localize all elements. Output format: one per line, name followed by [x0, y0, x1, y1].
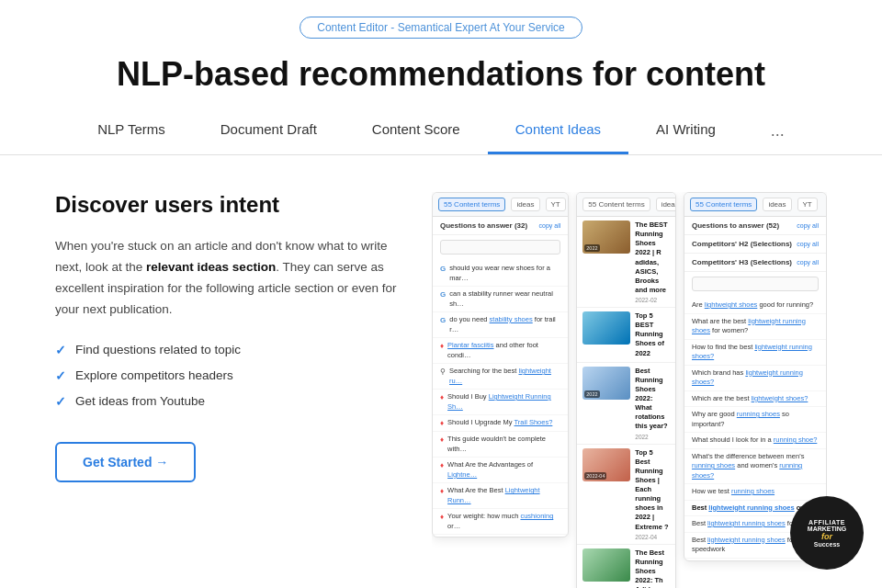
panel-search-left[interactable]	[440, 240, 560, 254]
tab-content-ideas[interactable]: Content Ideas	[488, 110, 628, 154]
list-item: Gshould you wear new shoes for a mar…	[433, 261, 568, 287]
feature-item-2: ✓ Explore competitors headers	[55, 368, 404, 383]
yt-info: The Best Running Shoes 2022: Th Adidas, …	[635, 548, 670, 588]
right-section: 55 Content terms ideas YT Questions to a…	[432, 192, 827, 588]
affiliate-line1: AFFILIATE	[808, 519, 845, 526]
yt-title: Best Running Shoes 2022: What rotations …	[635, 367, 670, 432]
panel-tab-yt[interactable]: YT	[546, 198, 566, 211]
list-item: What's the difference between men's runn…	[684, 449, 826, 485]
panel-questions-left: 55 Content terms ideas YT Questions to a…	[432, 192, 569, 537]
top-badge: Content Editor - Semantical Expert At Yo…	[300, 17, 582, 39]
list-item: ♦Should I Upgrade My Trail Shoes?	[433, 415, 568, 432]
list-item: What are the best lightweight running sh…	[684, 314, 826, 340]
yt-info: The BEST Running Shoes 2022 | R adidas, …	[635, 220, 670, 303]
feature-item-3: ✓ Get ideas from Youtube	[55, 394, 404, 409]
tab-ai-writing[interactable]: AI Writing	[628, 110, 743, 154]
list-item: ♦What Are the Best Lightweight Runn…	[433, 483, 568, 509]
tab-document-draft[interactable]: Document Draft	[193, 110, 345, 154]
affiliate-line2: MARKETING	[808, 526, 846, 532]
yt-date: 2022-02	[635, 297, 670, 303]
bullet-icon: ♦	[440, 512, 444, 522]
list-item: ♦This guide wouldn't be complete with…	[433, 432, 568, 458]
panel-header-left: 55 Content terms ideas YT	[433, 193, 568, 217]
competitors-h2-label: Competitors' H2 (Selections)	[692, 240, 792, 248]
feature-label-1: Find questions related to topic	[75, 343, 241, 356]
panel-search-right[interactable]	[692, 277, 819, 291]
panel-tab-content-terms-r[interactable]: 55 Content terms	[690, 198, 757, 211]
panel-subheader-questions: Questions to answer (32) copy all	[433, 217, 568, 235]
panel-youtube: 55 Content terms ideas YT 2022 The BEST …	[576, 192, 676, 588]
section-description: When you're stuck on an article and don'…	[55, 236, 404, 321]
panel-tab-ideas[interactable]: ideas	[511, 198, 539, 211]
yt-list-item: 2022 The BEST Running Shoes 2022 | R adi…	[577, 217, 675, 308]
feature-label-3: Get ideas from Youtube	[75, 394, 205, 408]
section-title: Discover users intent	[55, 192, 404, 218]
yt-list-item: Top 5 BEST Running Shoes of 2022	[577, 308, 675, 363]
tab-nlp-terms[interactable]: NLP Terms	[70, 110, 193, 154]
affiliate-line3: for	[821, 532, 832, 541]
panel-tab-content-terms[interactable]: 55 Content terms	[438, 198, 505, 211]
bullet-icon: ♦	[440, 460, 444, 470]
panel-header-right: 55 Content terms ideas YT	[684, 193, 826, 217]
google-icon: G	[440, 289, 446, 300]
feature-list: ✓ Find questions related to topic ✓ Expl…	[55, 343, 404, 409]
tab-content-score[interactable]: Content Score	[345, 110, 488, 154]
left-section: Discover users intent When you're stuck …	[55, 192, 404, 482]
check-icon-1: ✓	[55, 343, 66, 357]
panel-header-yt: 55 Content terms ideas YT	[577, 193, 675, 217]
list-item: Gdo you need stability shoes for trail r…	[433, 312, 568, 338]
yt-list-item: The Best Running Shoes 2022: Th Adidas, …	[577, 545, 675, 588]
bullet-icon: ♦	[440, 418, 444, 428]
panel-tab-ideas-r[interactable]: ideas	[763, 198, 791, 211]
panel-tab-content-terms-yt[interactable]: 55 Content terms	[582, 198, 650, 211]
list-item: ♦Plantar fasciitis and other foot condi…	[433, 338, 568, 364]
yt-title: Top 5 BEST Running Shoes of 2022	[635, 311, 670, 358]
panel-competitors-h3: Competitors' H3 (Selections) copy all	[684, 254, 826, 272]
yt-date: 2022	[635, 434, 670, 440]
affiliate-badge: AFFILIATE MARKETING for Success	[790, 496, 864, 570]
main-content: Discover users intent When you're stuck …	[0, 155, 882, 588]
google-icon: G	[440, 264, 446, 274]
tab-more[interactable]: ...	[743, 110, 812, 154]
yt-thumbnail	[582, 548, 630, 582]
yt-thumbnail: 2022-04	[582, 448, 630, 481]
yt-list-item: 2022-04 Top 5 Best Running Shoes | Each …	[577, 445, 675, 545]
feature-item-1: ✓ Find questions related to topic	[55, 343, 404, 357]
check-icon-3: ✓	[55, 394, 66, 409]
list-item: Which are the best lightweight shoes?	[684, 391, 826, 408]
list-item: How to find the best lightweight running…	[684, 340, 826, 366]
nav-tabs: NLP Terms Document Draft Content Score C…	[0, 110, 882, 155]
get-started-button[interactable]: Get Started →	[55, 442, 196, 482]
panel-competitors-h2: Competitors' H2 (Selections) copy all	[684, 235, 826, 254]
list-item: Are lightweight shoes good for running?	[684, 298, 826, 314]
copy-all-button[interactable]: copy all	[539, 222, 561, 229]
affiliate-line4: Success	[814, 541, 840, 548]
yt-date-badge: 2022	[584, 244, 599, 252]
list-item: How we test running shoes	[684, 484, 826, 501]
panel-tab-ideas-yt[interactable]: ideas	[656, 198, 676, 211]
yt-info: Top 5 Best Running Shoes | Each running …	[635, 448, 670, 540]
yt-info: Top 5 BEST Running Shoes of 2022	[635, 311, 670, 358]
feature-label-2: Explore competitors headers	[75, 368, 233, 382]
bullet-icon: ♦	[440, 341, 444, 351]
list-item: ♦What Are the Advantages of Lightne…	[433, 458, 568, 483]
yt-title: The Best Running Shoes 2022: Th Adidas, …	[635, 548, 670, 588]
copy-all-button-r[interactable]: copy all	[797, 222, 819, 229]
list-item: Why are good running shoes so important?	[684, 407, 826, 433]
check-icon-2: ✓	[55, 368, 66, 383]
bullet-icon: ♦	[440, 435, 444, 445]
yt-list-item: 2022 Best Running Shoes 2022: What rotat…	[577, 363, 675, 445]
yt-title: The BEST Running Shoes 2022 | R adidas, …	[635, 220, 670, 295]
yt-date: 2022-04	[635, 534, 670, 540]
bullet-icon: ♦	[440, 486, 444, 496]
yt-thumbnail	[582, 311, 630, 345]
yt-date-badge: 2022	[584, 390, 599, 398]
copy-all-h2[interactable]: copy all	[797, 241, 819, 247]
list-item: Which brand has lightweight running shoe…	[684, 366, 826, 391]
list-item: Gcan a stability runner wear neutral sh…	[433, 287, 568, 312]
copy-all-h3[interactable]: copy all	[797, 259, 819, 266]
panel-tab-yt-r[interactable]: YT	[797, 198, 818, 211]
yt-thumbnail: 2022	[582, 367, 630, 400]
competitors-h3-label: Competitors' H3 (Selections)	[692, 258, 792, 266]
questions-list: Gshould you wear new shoes for a mar… Gc…	[433, 259, 568, 537]
